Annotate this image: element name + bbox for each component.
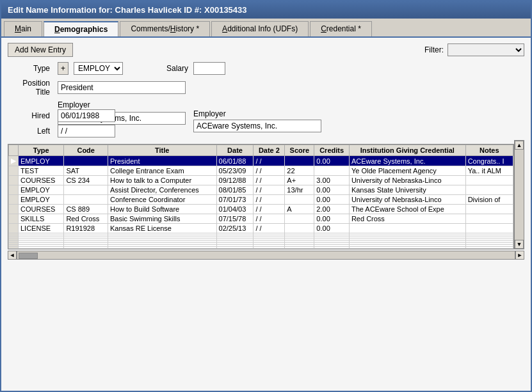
table-row[interactable]: ▶EMPLOYPresident06/01/88/ /0.00ACEware S… bbox=[9, 156, 513, 166]
table-row[interactable]: EMPLOYAssist Director, Conferences08/01/… bbox=[9, 185, 513, 195]
table-cell: COURSES bbox=[19, 205, 64, 214]
table-row[interactable]: COURSESCS 234How to talk to a Computer09… bbox=[9, 176, 513, 185]
table-cell bbox=[108, 247, 216, 249]
table-cell: Ye Olde Placement Agency bbox=[349, 166, 465, 176]
table-cell: / / bbox=[254, 205, 285, 214]
table-cell bbox=[465, 214, 513, 224]
h-scroll-thumb bbox=[19, 253, 38, 259]
table-cell bbox=[64, 247, 108, 249]
table-cell: Kansas State University bbox=[349, 185, 465, 195]
table-cell: 0.00 bbox=[314, 224, 350, 233]
table-cell bbox=[9, 247, 19, 249]
table-cell: How to Build Software bbox=[108, 205, 216, 214]
table-cell bbox=[465, 224, 513, 233]
tab-comments[interactable]: Comments/History * bbox=[120, 21, 210, 36]
table-header-row: Type Code Title Date Date 2 Score Credit… bbox=[9, 145, 513, 156]
position-input[interactable] bbox=[58, 81, 186, 94]
table-row[interactable]: EMPLOYConference Coordinator07/01/73/ /0… bbox=[9, 195, 513, 205]
employer-input2[interactable] bbox=[193, 120, 321, 132]
hired-input[interactable] bbox=[58, 109, 115, 122]
tab-demographics-label: Demographics bbox=[54, 25, 108, 34]
table-cell: / / bbox=[254, 195, 285, 205]
table-cell: Red Cross bbox=[349, 214, 465, 224]
table-cell bbox=[465, 185, 513, 195]
table-cell: / / bbox=[254, 224, 285, 233]
col-score: Score bbox=[285, 145, 314, 156]
table-cell bbox=[349, 247, 465, 249]
table-cell: 3.00 bbox=[314, 176, 350, 185]
scroll-right-button[interactable]: ► bbox=[515, 251, 524, 260]
table-cell bbox=[9, 205, 19, 214]
type-plus-button[interactable]: + bbox=[58, 62, 69, 75]
table-cell bbox=[9, 224, 19, 233]
table-cell bbox=[254, 247, 285, 249]
type-select[interactable]: EMPLOY bbox=[74, 62, 123, 75]
table-row[interactable]: LICENSER191928Kansas RE License02/25/13/… bbox=[9, 224, 513, 233]
scroll-down-button[interactable]: ▼ bbox=[515, 240, 524, 249]
table-cell: TEST bbox=[19, 166, 64, 176]
filter-row: Filter: bbox=[424, 43, 524, 56]
table-row[interactable]: SKILLSRed CrossBasic Swimming Skills07/1… bbox=[9, 214, 513, 224]
table-cell: SAT bbox=[64, 166, 108, 176]
col-indicator bbox=[9, 145, 19, 156]
employer-label: Employer bbox=[58, 100, 90, 109]
table-cell: 13/hr bbox=[285, 185, 314, 195]
scroll-left-button[interactable]: ◄ bbox=[8, 251, 17, 260]
table-cell: LICENSE bbox=[19, 224, 64, 233]
salary-label: Salary bbox=[166, 64, 188, 73]
table-row[interactable]: COURSESCS 889How to Build Software01/04/… bbox=[9, 205, 513, 214]
bottom-scrollbar-area: ◄ ► bbox=[8, 251, 524, 260]
grid-area: Type Code Title Date Date 2 Score Credit… bbox=[8, 140, 524, 249]
type-label: Type bbox=[8, 64, 52, 73]
table-cell bbox=[465, 247, 513, 249]
table-cell: 2.00 bbox=[314, 205, 350, 214]
col-date: Date bbox=[216, 145, 254, 156]
type-row: Type + EMPLOY Salary bbox=[8, 62, 524, 75]
table-cell bbox=[349, 224, 465, 233]
col-date2: Date 2 bbox=[254, 145, 285, 156]
table-cell: 0.00 bbox=[314, 185, 350, 195]
employer-label2: Employer bbox=[193, 109, 321, 118]
hired-row: Hired bbox=[8, 109, 181, 122]
table-cell bbox=[465, 205, 513, 214]
employer-col: Employer bbox=[193, 109, 321, 137]
table-cell: SKILLS bbox=[19, 214, 64, 224]
table-cell: CS 889 bbox=[64, 205, 108, 214]
content-area: Add New Entry Filter: Type + EMPLOY Sala… bbox=[1, 38, 531, 265]
table-cell bbox=[285, 156, 314, 166]
table-body: ▶EMPLOYPresident06/01/88/ /0.00ACEware S… bbox=[9, 156, 513, 249]
tab-main[interactable]: Main bbox=[4, 21, 42, 36]
table-cell bbox=[64, 195, 108, 205]
scroll-up-button[interactable]: ▲ bbox=[515, 141, 524, 150]
table-cell: College Entrance Exam bbox=[108, 166, 216, 176]
data-grid: Type Code Title Date Date 2 Score Credit… bbox=[8, 144, 514, 249]
add-new-entry-button[interactable]: Add New Entry bbox=[8, 43, 73, 57]
table-cell: The ACEware School of Expe bbox=[349, 205, 465, 214]
col-title: Title bbox=[108, 145, 216, 156]
vertical-scrollbar[interactable]: ▲ ▼ bbox=[514, 140, 524, 249]
table-row[interactable] bbox=[9, 247, 513, 249]
filter-select[interactable] bbox=[447, 43, 524, 56]
table-cell: Assist Director, Conferences bbox=[108, 185, 216, 195]
tab-credential[interactable]: Credential * bbox=[310, 21, 372, 36]
col-institution: Institution Giving Credential bbox=[349, 145, 465, 156]
table-cell bbox=[314, 166, 350, 176]
table-cell: 0.00 bbox=[314, 156, 350, 166]
table-cell: 0.00 bbox=[314, 195, 350, 205]
left-input[interactable] bbox=[58, 125, 115, 137]
left-row: Left bbox=[8, 125, 181, 137]
horizontal-scrollbar[interactable] bbox=[17, 251, 515, 260]
col-code: Code bbox=[64, 145, 108, 156]
tab-demographics[interactable]: Demographics bbox=[44, 21, 118, 36]
table-cell: Congrats.. I bbox=[465, 156, 513, 166]
table-row[interactable]: TESTSATCollege Entrance Exam05/23/09/ /2… bbox=[9, 166, 513, 176]
table-cell: EMPLOY bbox=[19, 185, 64, 195]
tab-credential-label: Credential * bbox=[321, 24, 361, 33]
tab-additional[interactable]: Additional Info (UDFs) bbox=[211, 21, 309, 36]
table-cell: ▶ bbox=[9, 156, 19, 166]
position-label: Position Title bbox=[8, 79, 52, 97]
tab-additional-label: Additional Info (UDFs) bbox=[222, 24, 298, 33]
salary-input[interactable] bbox=[193, 62, 225, 75]
table-cell: 22 bbox=[285, 166, 314, 176]
table-cell: / / bbox=[254, 166, 285, 176]
